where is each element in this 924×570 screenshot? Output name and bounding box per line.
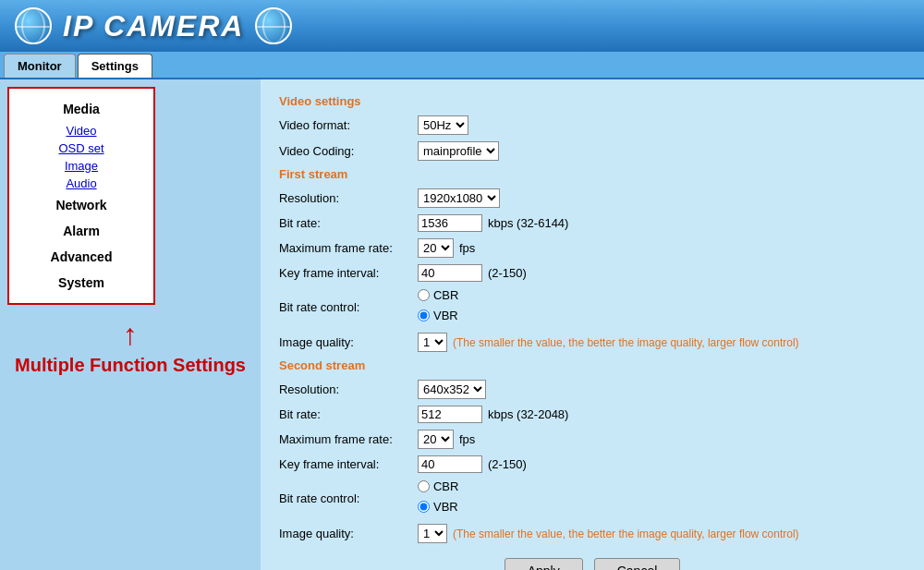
video-format-row: Video format: 50Hz 60Hz	[279, 115, 906, 135]
video-format-select[interactable]: 50Hz 60Hz	[418, 115, 468, 135]
first-bitrate-label: Bit rate:	[279, 216, 418, 230]
annotation-text: Multiple Function Settings	[7, 349, 253, 381]
arrow-up-icon: ↑	[7, 320, 253, 349]
second-maxframe-label: Maximum frame rate:	[279, 432, 418, 446]
first-vbr-radio[interactable]	[418, 309, 430, 321]
first-maxframe-row: Maximum frame rate: 20 25 30 fps	[279, 238, 906, 258]
cancel-button[interactable]: Cancel	[594, 558, 681, 570]
second-resolution-row: Resolution: 640x352 320x240 160x120	[279, 380, 906, 399]
first-bitrate-row: Bit rate: kbps (32-6144)	[279, 214, 906, 232]
first-keyframe-unit: (2-150)	[488, 266, 527, 280]
first-resolution-row: Resolution: 1920x1080 1280x720 640x480	[279, 188, 906, 208]
tab-monitor[interactable]: Monitor	[4, 54, 76, 78]
second-keyframe-row: Key frame interval: (2-150)	[279, 455, 906, 473]
first-imagequality-row: Image quality: 12345 (The smaller the va…	[279, 333, 906, 352]
sidebar-section-system[interactable]: System	[9, 270, 153, 296]
main-layout: Media Video OSD set Image Audio Network …	[0, 79, 924, 570]
globe-icon-left	[15, 7, 52, 44]
second-maxframe-select[interactable]: 20 25 30	[418, 430, 454, 449]
first-stream-title: First stream	[279, 167, 906, 181]
first-keyframe-label: Key frame interval:	[279, 266, 418, 280]
second-bitrate-unit: kbps (32-2048)	[488, 407, 568, 421]
second-bitrate-label: Bit rate:	[279, 407, 418, 421]
sidebar-wrapper: Media Video OSD set Image Audio Network …	[0, 79, 261, 570]
sidebar-section-alarm[interactable]: Alarm	[9, 218, 153, 244]
video-coding-select[interactable]: mainprofile baseline highprofile	[418, 141, 499, 161]
second-cbr-radio[interactable]	[418, 480, 430, 492]
second-vbr-row: VBR	[418, 500, 458, 514]
second-bitrate-row: Bit rate: kbps (32-2048)	[279, 406, 906, 423]
second-maxframe-row: Maximum frame rate: 20 25 30 fps	[279, 430, 906, 449]
sidebar-link-audio[interactable]: Audio	[9, 175, 153, 192]
first-cbr-label: CBR	[433, 288, 458, 302]
video-coding-row: Video Coding: mainprofile baseline highp…	[279, 141, 906, 161]
second-stream-title: Second stream	[279, 358, 906, 372]
sidebar-link-osd-set[interactable]: OSD set	[9, 139, 153, 157]
globe-icon-right	[255, 7, 292, 44]
sidebar-link-video[interactable]: Video	[9, 122, 153, 139]
first-cbr-row: CBR	[418, 288, 458, 302]
first-resolution-select[interactable]: 1920x1080 1280x720 640x480	[418, 188, 500, 208]
second-vbr-label: VBR	[433, 500, 458, 514]
first-bitrate-control-row: Bit rate control: CBR VBR	[279, 288, 906, 326]
nav-tabs: Monitor Settings	[0, 52, 924, 79]
first-maxframe-select[interactable]: 20 25 30	[418, 238, 454, 258]
second-resolution-label: Resolution:	[279, 382, 418, 396]
button-row: Apply Cancel	[279, 558, 906, 570]
second-keyframe-unit: (2-150)	[488, 457, 527, 471]
first-imagequality-hint: (The smaller the value, the better the i…	[453, 336, 799, 349]
first-bitrate-control-group: CBR VBR	[418, 288, 458, 326]
first-bitrate-input[interactable]	[418, 214, 482, 232]
first-imagequality-label: Image quality:	[279, 335, 418, 349]
video-coding-label: Video Coding:	[279, 144, 418, 158]
sidebar-section-advanced[interactable]: Advanced	[9, 244, 153, 270]
first-resolution-label: Resolution:	[279, 191, 418, 205]
sidebar-link-image[interactable]: Image	[9, 157, 153, 175]
second-bitrate-control-label: Bit rate control:	[279, 491, 418, 505]
second-resolution-select[interactable]: 640x352 320x240 160x120	[418, 380, 486, 399]
second-cbr-row: CBR	[418, 479, 458, 493]
second-imagequality-row: Image quality: 12345 (The smaller the va…	[279, 524, 906, 543]
app-title: IP CAMERA	[63, 9, 244, 43]
second-keyframe-label: Key frame interval:	[279, 457, 418, 471]
first-imagequality-select[interactable]: 12345	[418, 333, 447, 352]
second-bitrate-control-row: Bit rate control: CBR VBR	[279, 479, 906, 517]
first-bitrate-control-label: Bit rate control:	[279, 300, 418, 314]
first-maxframe-unit: fps	[459, 241, 475, 255]
first-cbr-radio[interactable]	[418, 289, 430, 301]
sidebar-section-network[interactable]: Network	[9, 192, 153, 218]
header: IP CAMERA	[0, 0, 924, 52]
first-vbr-row: VBR	[418, 309, 458, 322]
second-cbr-label: CBR	[433, 479, 458, 493]
second-imagequality-hint: (The smaller the value, the better the i…	[453, 528, 799, 540]
apply-button[interactable]: Apply	[505, 558, 583, 570]
second-bitrate-input[interactable]	[418, 406, 482, 423]
second-imagequality-label: Image quality:	[279, 527, 418, 540]
second-imagequality-select[interactable]: 12345	[418, 524, 447, 543]
sidebar-annotation: ↑ Multiple Function Settings	[0, 312, 261, 384]
video-format-label: Video format:	[279, 118, 418, 132]
first-vbr-label: VBR	[433, 309, 458, 322]
tab-settings[interactable]: Settings	[78, 54, 152, 78]
first-keyframe-input[interactable]	[418, 264, 482, 282]
second-keyframe-input[interactable]	[418, 455, 482, 473]
video-settings-title: Video settings	[279, 94, 906, 108]
second-bitrate-control-group: CBR VBR	[418, 479, 458, 517]
second-maxframe-unit: fps	[459, 432, 475, 446]
sidebar-section-media: Media	[9, 96, 153, 122]
sidebar: Media Video OSD set Image Audio Network …	[7, 87, 155, 305]
first-maxframe-label: Maximum frame rate:	[279, 241, 418, 255]
first-bitrate-unit: kbps (32-6144)	[488, 216, 568, 230]
second-vbr-radio[interactable]	[418, 501, 430, 513]
content-area: Video settings Video format: 50Hz 60Hz V…	[261, 79, 924, 570]
first-keyframe-row: Key frame interval: (2-150)	[279, 264, 906, 282]
